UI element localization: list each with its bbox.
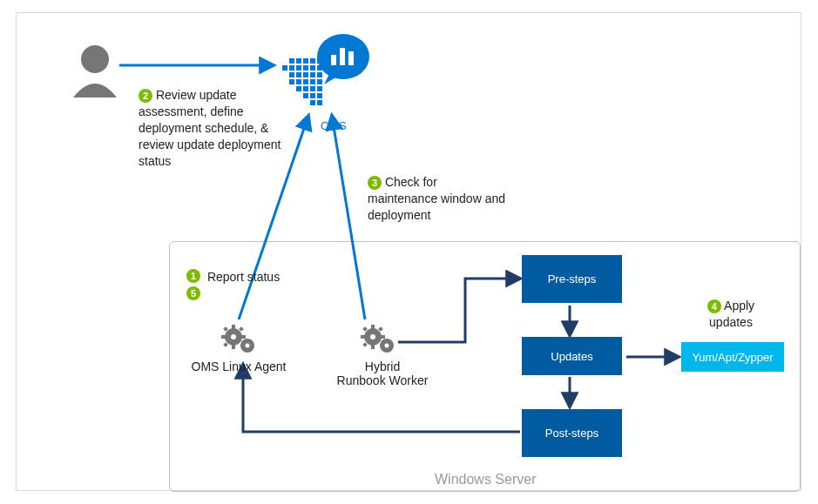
oms-icon <box>282 34 369 105</box>
step-badge-4: 4 <box>707 299 721 313</box>
svg-rect-14 <box>317 86 322 91</box>
svg-rect-24 <box>310 65 315 71</box>
svg-rect-8 <box>303 79 308 84</box>
svg-rect-20 <box>282 65 287 71</box>
svg-rect-3 <box>303 72 308 77</box>
svg-rect-13 <box>310 86 315 91</box>
svg-rect-4 <box>310 72 315 77</box>
oms-linux-agent-label: OMS Linux Agent <box>186 360 291 373</box>
diagram-frame: Windows Server <box>16 12 801 491</box>
svg-rect-22 <box>296 65 301 71</box>
step-badge-1: 1 <box>186 269 200 283</box>
yum-apt-zypper-box: Yum/Apt/Zypper <box>681 342 784 372</box>
svg-rect-10 <box>317 79 322 84</box>
svg-point-31 <box>317 34 369 79</box>
svg-rect-26 <box>289 58 294 64</box>
svg-rect-34 <box>348 51 354 65</box>
post-steps-box: Post-steps <box>522 409 622 457</box>
step2-text: Review update assessment, define deploym… <box>139 88 281 168</box>
svg-point-0 <box>81 45 109 73</box>
svg-rect-27 <box>296 58 301 64</box>
svg-rect-17 <box>317 93 322 98</box>
windows-server-label: Windows Server <box>435 472 536 487</box>
svg-rect-2 <box>296 72 301 77</box>
hybrid-line2: Runbook Worker <box>337 373 429 387</box>
hybrid-line1: Hybrid <box>365 360 400 373</box>
svg-rect-25 <box>317 65 322 71</box>
svg-rect-33 <box>340 48 345 65</box>
svg-rect-1 <box>289 72 294 77</box>
step-badge-5: 5 <box>186 286 200 300</box>
step1-text: Report status <box>207 270 280 284</box>
svg-rect-32 <box>331 55 336 65</box>
svg-rect-19 <box>317 100 322 105</box>
svg-rect-5 <box>317 72 322 77</box>
step-badge-2: 2 <box>139 89 152 103</box>
annotation-step4: 4 Apply updates <box>687 298 774 331</box>
hybrid-runbook-worker-label: Hybrid Runbook Worker <box>330 360 435 387</box>
svg-rect-30 <box>317 58 322 64</box>
svg-rect-21 <box>289 65 294 71</box>
svg-rect-23 <box>303 65 308 71</box>
updates-box: Updates <box>522 337 622 375</box>
svg-rect-16 <box>310 93 315 98</box>
svg-rect-11 <box>296 86 301 91</box>
svg-rect-28 <box>303 58 308 64</box>
svg-rect-12 <box>303 86 308 91</box>
step-badge-3: 3 <box>368 176 382 190</box>
step3-text: Check for maintenance window and deploym… <box>368 175 505 222</box>
svg-rect-9 <box>310 79 315 84</box>
svg-rect-29 <box>310 58 315 64</box>
svg-rect-15 <box>303 93 308 98</box>
svg-rect-6 <box>289 79 294 84</box>
svg-rect-18 <box>310 100 315 105</box>
oms-label: OMS <box>321 119 347 132</box>
annotation-step2: 2 Review update assessment, define deplo… <box>139 87 287 169</box>
user-icon <box>73 45 117 97</box>
svg-rect-7 <box>296 79 301 84</box>
annotation-step1-5: 1 5 Report status <box>186 269 317 301</box>
pre-steps-box: Pre-steps <box>522 255 622 303</box>
annotation-step3: 3 Check for maintenance window and deplo… <box>368 174 507 224</box>
